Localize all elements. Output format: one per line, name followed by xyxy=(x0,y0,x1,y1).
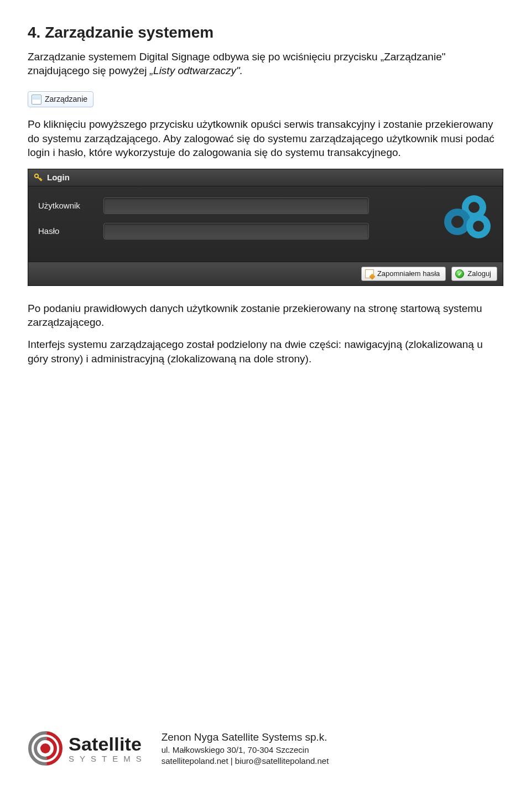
section-heading: 4. Zarządzanie systemem xyxy=(28,22,503,43)
paragraph-1: Zarządzanie systemem Digital Signage odb… xyxy=(28,50,503,78)
edit-note-icon xyxy=(365,269,374,278)
login-panel: Login Użytkownik Hasło Zapomniałem hasła xyxy=(28,169,503,286)
forgot-password-label: Zapomniałem hasła xyxy=(377,269,440,279)
management-button[interactable]: Zarządzanie xyxy=(28,91,93,107)
brand-logo-icon xyxy=(438,194,493,242)
paragraph-2: Po kliknięciu powyższego przycisku użytk… xyxy=(28,117,503,160)
forgot-password-button[interactable]: Zapomniałem hasła xyxy=(361,267,446,281)
login-row-user: Użytkownik xyxy=(38,197,493,214)
management-button-label: Zarządzanie xyxy=(45,94,87,105)
login-header: Login xyxy=(28,169,503,186)
check-circle-icon xyxy=(455,269,464,278)
password-label: Hasło xyxy=(38,226,93,237)
login-body: Użytkownik Hasło xyxy=(28,186,503,262)
svg-point-6 xyxy=(473,221,484,232)
svg-point-4 xyxy=(451,216,464,228)
paragraph-4: Interfejs systemu zarządzającego został … xyxy=(28,337,503,366)
login-footer: Zapomniałem hasła Zaloguj xyxy=(28,262,503,285)
svg-point-2 xyxy=(468,202,480,213)
login-row-pass: Hasło xyxy=(38,223,493,240)
key-icon xyxy=(34,173,43,182)
paragraph-1-italic: „Listy odtwarzaczy". xyxy=(150,65,243,76)
login-button-label: Zaloguj xyxy=(467,269,491,279)
password-input[interactable] xyxy=(103,223,369,240)
paragraph-3: Po podaniu prawidłowych danych użytkowni… xyxy=(28,301,503,330)
window-icon xyxy=(32,95,41,105)
username-label: Użytkownik xyxy=(38,200,93,211)
login-button[interactable]: Zaloguj xyxy=(451,267,497,281)
svg-point-0 xyxy=(35,174,38,178)
login-header-label: Login xyxy=(47,172,70,183)
username-input[interactable] xyxy=(103,197,369,214)
